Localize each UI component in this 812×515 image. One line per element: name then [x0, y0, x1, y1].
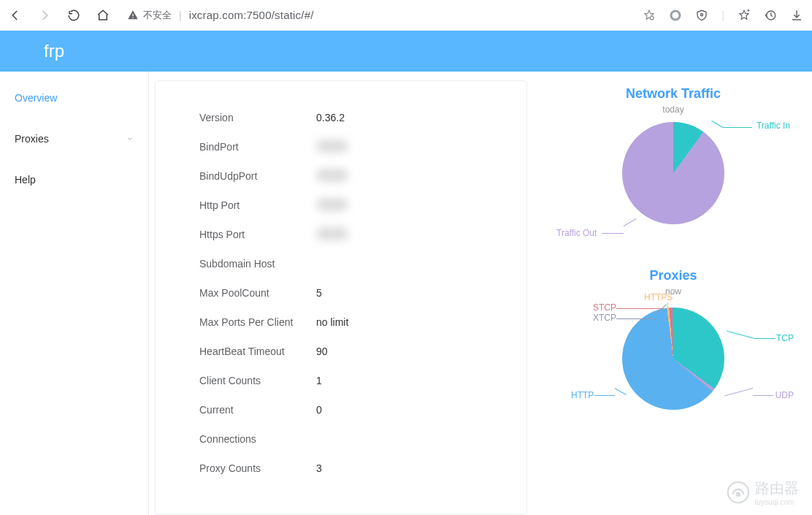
pie-traffic	[622, 122, 724, 224]
leader-line	[616, 308, 664, 309]
sidebar-item-overview[interactable]: Overview	[0, 77, 148, 118]
history-icon[interactable]	[764, 9, 777, 22]
leader-line	[594, 395, 615, 396]
chart-title: Proxies	[549, 268, 797, 283]
row-value: 0.36.2	[316, 112, 345, 123]
svg-rect-1	[132, 17, 133, 18]
legend-traffic-in: Traffic In	[757, 121, 790, 131]
row-value: 1	[316, 375, 322, 386]
watermark-brand: 路由器	[755, 478, 799, 498]
overview-row: Client Counts1	[156, 366, 526, 395]
row-value	[316, 140, 348, 155]
svg-point-9	[737, 493, 740, 496]
leader-line	[723, 127, 752, 128]
leader-line	[711, 121, 723, 128]
row-label: Max Ports Per Client	[199, 316, 316, 328]
sidebar-item-help[interactable]: Help	[0, 159, 148, 200]
chart-subtitle: now	[549, 286, 797, 297]
row-label: Client Counts	[199, 375, 316, 386]
sidebar-item-label: Help	[15, 174, 36, 186]
chart-title: Network Traffic	[549, 86, 797, 102]
legend-xtcp: XTCP	[593, 313, 616, 323]
sidebar: Overview Proxies Help	[0, 72, 149, 515]
overview-row: BindUdpPort	[156, 161, 526, 191]
watermark-sub: luyouqi.com	[755, 498, 799, 506]
address-separator: |	[179, 9, 182, 21]
row-label: Http Port	[199, 199, 316, 211]
app-header: frp	[0, 31, 812, 72]
forward-icon[interactable]	[38, 9, 51, 22]
redacted-value	[316, 198, 348, 211]
row-value: 90	[316, 346, 328, 357]
overview-row: HeartBeat Timeout90	[156, 337, 526, 366]
row-label: HeartBeat Timeout	[199, 346, 316, 357]
legend-udp: UDP	[775, 390, 794, 400]
overview-card: Version0.36.2BindPortBindUdpPortHttp Por…	[155, 80, 527, 515]
leader-line	[616, 318, 656, 319]
router-icon	[726, 480, 751, 505]
chart-proxies: Proxies now TCP UDP HTTP HTTPS STCP	[549, 268, 797, 428]
overview-row: Max PoolCount5	[156, 278, 526, 308]
redacted-value	[316, 227, 348, 240]
security-label: 不安全	[143, 9, 172, 22]
leader-line	[753, 395, 773, 396]
row-value	[316, 198, 348, 213]
circle-icon[interactable]	[669, 9, 682, 22]
redacted-value	[316, 140, 348, 153]
overview-row: Http Port	[156, 191, 526, 220]
shield-icon[interactable]	[695, 9, 708, 22]
svg-point-3	[671, 11, 680, 20]
row-value	[316, 169, 348, 184]
overview-row: Proxy Counts3	[156, 454, 526, 483]
legend-tcp: TCP	[776, 333, 794, 343]
chevron-down-icon	[126, 135, 134, 142]
overview-row: Version0.36.2	[156, 103, 526, 132]
leader-line	[602, 233, 624, 234]
row-label: Current	[199, 404, 316, 416]
row-label: Max PoolCount	[199, 287, 316, 299]
app-title: frp	[44, 41, 64, 61]
row-label: Proxy Counts	[199, 462, 316, 474]
back-icon[interactable]	[9, 9, 22, 22]
home-icon[interactable]	[96, 9, 110, 22]
sidebar-item-label: Proxies	[15, 133, 49, 145]
favorite-icon[interactable]	[643, 9, 656, 22]
leader-line	[624, 218, 637, 226]
svg-point-4	[701, 13, 703, 15]
sidebar-item-label: Overview	[15, 92, 57, 104]
legend-https: HTTPS	[644, 292, 673, 302]
url-text: ixcrap.com:7500/static/#/	[189, 9, 314, 21]
row-label: Connections	[199, 433, 316, 445]
leader-line	[755, 338, 775, 339]
row-value: 5	[316, 287, 322, 299]
chart-subtitle: today	[549, 104, 797, 115]
leader-line	[724, 388, 753, 396]
address-bar[interactable]: 不安全 | ixcrap.com:7500/static/#/	[120, 4, 632, 26]
row-value	[316, 227, 348, 243]
legend-http: HTTP	[571, 390, 594, 400]
overview-row: Current0	[156, 395, 526, 424]
redacted-value	[316, 169, 348, 182]
download-icon[interactable]	[790, 9, 803, 22]
overview-row: Max Ports Per Clientno limit	[156, 308, 526, 337]
row-value: no limit	[316, 316, 348, 328]
star-plus-icon[interactable]	[738, 9, 751, 22]
row-label: BindPort	[199, 141, 316, 153]
overview-row: Connections	[156, 424, 526, 454]
row-label: Version	[199, 112, 316, 123]
legend-traffic-out: Traffic Out	[556, 228, 597, 238]
svg-point-2	[651, 16, 654, 20]
row-label: Subdomain Host	[199, 258, 316, 270]
overview-row: Https Port	[156, 220, 526, 249]
row-value: 0	[316, 404, 322, 416]
leader-line	[667, 302, 668, 308]
reload-icon[interactable]	[67, 9, 80, 22]
sidebar-item-proxies[interactable]: Proxies	[0, 118, 148, 159]
legend-stcp: STCP	[593, 302, 616, 313]
browser-toolbar: 不安全 | ixcrap.com:7500/static/#/ |	[0, 0, 812, 31]
pie-proxies	[622, 308, 724, 410]
toolbar-separator: |	[721, 9, 724, 21]
overview-row: BindPort	[156, 132, 526, 161]
chart-network-traffic: Network Traffic today Traffic In Traffic…	[549, 86, 797, 246]
leader-line	[615, 388, 627, 395]
